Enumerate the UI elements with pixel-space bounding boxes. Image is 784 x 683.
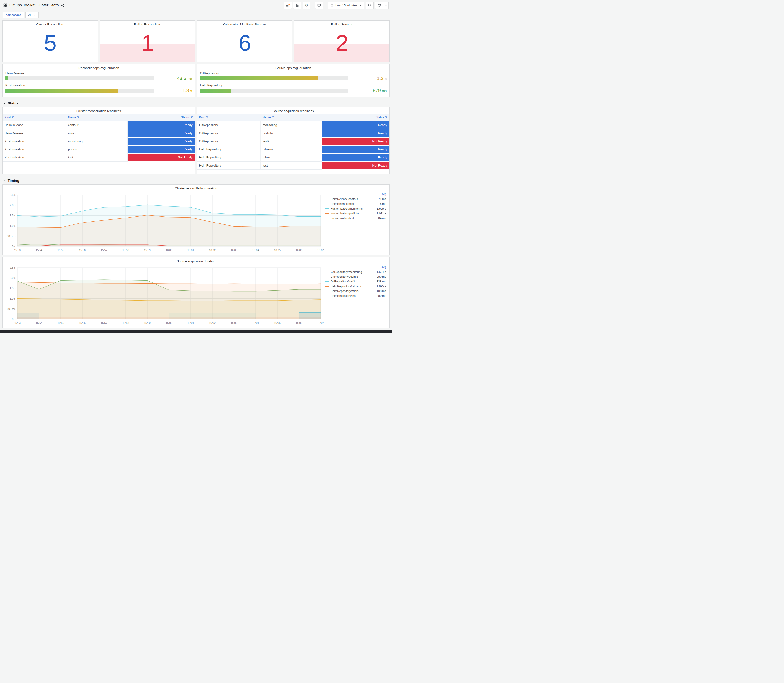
cell-status: Ready: [322, 129, 390, 137]
legend-item[interactable]: HelmRepository/test 289 ms: [325, 293, 386, 298]
cell-status: Ready: [322, 121, 390, 129]
table-header-row: Kind Name Status: [3, 114, 195, 121]
cell-status: Ready: [322, 146, 390, 154]
legend-item[interactable]: Kustomization/monitoring 1.605 s: [325, 206, 386, 211]
svg-text:16:02: 16:02: [209, 322, 216, 324]
filter-funnel-icon[interactable]: [77, 116, 80, 119]
stat-panel: Failing Reconcilers1: [100, 21, 195, 62]
legend-item[interactable]: GitRepository/test2 338 ms: [325, 279, 386, 284]
column-header-kind[interactable]: Kind: [197, 114, 261, 121]
svg-text:500 ms: 500 ms: [7, 308, 16, 310]
time-range-label: Last 15 minutes: [335, 3, 357, 7]
svg-text:2.0 s: 2.0 s: [10, 204, 16, 207]
series-avg-value: 1.071 s: [377, 212, 386, 215]
gauge-value: 1.3 s: [156, 88, 192, 93]
svg-text:16:03: 16:03: [231, 322, 237, 324]
legend-avg-header[interactable]: avg: [325, 192, 386, 197]
column-header-status[interactable]: Status: [128, 114, 195, 121]
legend-item[interactable]: Kustomization/test 84 ms: [325, 216, 386, 221]
cell-name: test: [66, 154, 127, 162]
table-panel-title: Cluster reconciliation readiness: [3, 107, 195, 114]
grafana-dashboard: GitOps Toolkit Cluster Stats ⚙: [0, 0, 392, 333]
bar-gauge-fill: [200, 76, 319, 80]
series-avg-value: 1.594 s: [377, 270, 386, 274]
series-name: Kustomization/test: [330, 216, 377, 220]
legend-item[interactable]: Kustomization/podinfo 1.071 s: [325, 211, 386, 216]
series-color-dash: [325, 213, 329, 214]
settings-button[interactable]: ⚙: [303, 2, 310, 9]
svg-text:15:58: 15:58: [122, 322, 129, 324]
svg-text:16:05: 16:05: [274, 322, 281, 324]
stat-value: 2: [294, 32, 390, 54]
svg-text:16:01: 16:01: [187, 249, 194, 252]
series-name: GitRepository/podinfo: [330, 275, 375, 279]
gauge-panel-title: Reconciler ops avg. duration: [3, 64, 195, 71]
cell-status: Not Ready: [322, 137, 390, 146]
legend-avg-header[interactable]: avg: [325, 265, 386, 269]
table-panel-title: Source acquisition readiness: [197, 107, 390, 114]
legend-item[interactable]: HelmRelease/minio 16 ms: [325, 202, 386, 206]
filter-funnel-icon[interactable]: [11, 116, 14, 119]
filter-funnel-icon[interactable]: [206, 116, 209, 119]
variable-label-namespace: namespace: [3, 12, 24, 18]
refresh-interval-dropdown[interactable]: [383, 2, 389, 9]
add-panel-button[interactable]: [284, 2, 292, 9]
cell-kind: Kustomization: [3, 137, 66, 146]
svg-text:0 s: 0 s: [12, 318, 16, 321]
column-header-kind[interactable]: Kind: [3, 114, 66, 121]
gauge-label: HelmRelease: [5, 71, 192, 75]
save-dashboard-button[interactable]: [293, 2, 301, 9]
section-row-status[interactable]: Status: [0, 99, 392, 107]
gauge-item: Kustomization 1.3 s: [3, 83, 195, 95]
series-color-dash: [325, 218, 329, 218]
filter-funnel-icon[interactable]: [272, 116, 274, 119]
share-icon[interactable]: [61, 3, 64, 7]
zoom-out-button[interactable]: [366, 2, 374, 9]
bar-gauge-track: [5, 88, 154, 93]
dashboard-title: GitOps Toolkit Cluster Stats: [9, 3, 59, 8]
tv-mode-button[interactable]: [315, 2, 323, 9]
variables-submenu: namespace All: [0, 10, 392, 21]
cell-status: Ready: [322, 154, 390, 162]
namespace-select[interactable]: All: [26, 12, 38, 18]
status-badge: Ready: [322, 130, 390, 137]
readiness-table-panel: Cluster reconciliation readiness Kind Na…: [2, 107, 195, 174]
column-header-name[interactable]: Name: [66, 114, 127, 121]
series-avg-value: 16 ms: [378, 202, 386, 205]
status-badge: Ready: [128, 130, 195, 137]
stat-value: 5: [3, 32, 98, 54]
svg-text:16:04: 16:04: [252, 322, 259, 324]
svg-text:15:53: 15:53: [14, 322, 21, 324]
legend-item[interactable]: HelmRepository/bitnami 1.695 s: [325, 284, 386, 289]
legend-item[interactable]: HelmRelease/contour 71 ms: [325, 197, 386, 202]
bottom-strip: [0, 330, 392, 333]
chart-plot-area[interactable]: 15:5315:5415:5515:5615:5715:5815:5916:00…: [3, 192, 324, 254]
dashboard-grid-icon[interactable]: [3, 3, 7, 7]
svg-text:15:54: 15:54: [36, 249, 42, 252]
status-badge: Ready: [128, 146, 195, 153]
cell-kind: Kustomization: [3, 154, 66, 162]
svg-text:15:53: 15:53: [14, 249, 21, 252]
gauge-row: Reconciler ops avg. duration HelmRelease…: [0, 64, 392, 97]
series-avg-value: 1.695 s: [377, 285, 386, 288]
section-row-timing[interactable]: Timing: [0, 176, 392, 184]
refresh-button[interactable]: [375, 2, 383, 9]
legend-item[interactable]: HelmRepository/minio 108 ms: [325, 289, 386, 293]
series-color-dash: [325, 204, 329, 204]
stat-panel-title: Cluster Reconcilers: [3, 21, 98, 27]
time-picker-button[interactable]: Last 15 minutes: [328, 2, 364, 9]
column-header-status[interactable]: Status: [322, 114, 390, 121]
table-row: HelmRepository test Not Ready: [197, 162, 390, 170]
legend-item[interactable]: GitRepository/monitoring 1.594 s: [325, 269, 386, 274]
column-header-name[interactable]: Name: [261, 114, 322, 121]
filter-funnel-icon[interactable]: [191, 116, 193, 119]
stat-panel-title: Kubernetes Manifests Sources: [197, 21, 292, 27]
stats-row: Cluster Reconcilers5Failing Reconcilers1…: [0, 21, 392, 62]
chart-plot-area[interactable]: 15:5315:5415:5515:5615:5715:5815:5916:00…: [3, 265, 324, 327]
filter-funnel-icon[interactable]: [385, 116, 388, 119]
status-badge: Not Ready: [128, 154, 195, 161]
gauge-item: GitRepository 1.2 s: [197, 71, 390, 83]
series-name: HelmRepository/test: [330, 294, 375, 297]
legend-item[interactable]: GitRepository/podinfo 980 ms: [325, 274, 386, 279]
chart-legend: avg HelmRelease/contour 71 ms HelmReleas…: [324, 192, 388, 254]
